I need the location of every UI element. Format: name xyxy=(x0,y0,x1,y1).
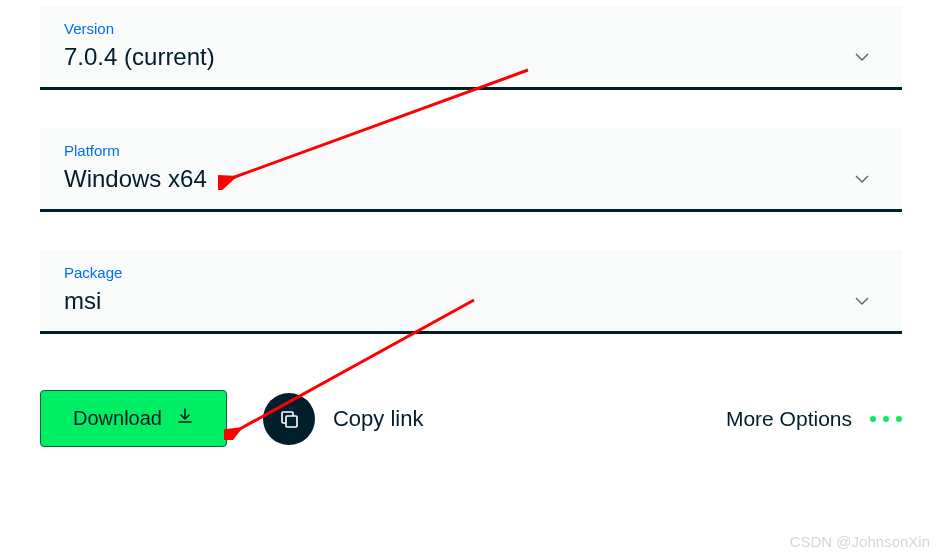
download-button[interactable]: Download xyxy=(40,390,227,447)
svg-rect-1 xyxy=(286,416,297,427)
chevron-down-icon xyxy=(854,293,870,309)
download-button-label: Download xyxy=(73,407,162,430)
platform-select[interactable]: Platform Windows x64 xyxy=(40,128,902,212)
more-icon xyxy=(870,416,902,422)
more-options-button[interactable]: More Options xyxy=(726,407,902,431)
actions-row: Download Copy link More Options xyxy=(40,372,902,447)
version-label: Version xyxy=(64,20,854,37)
watermark: CSDN @JohnsonXin xyxy=(790,533,930,550)
platform-content: Platform Windows x64 xyxy=(64,142,854,193)
platform-value: Windows x64 xyxy=(64,165,854,193)
download-icon xyxy=(176,407,194,430)
more-options-label: More Options xyxy=(726,407,852,431)
package-select[interactable]: Package msi xyxy=(40,250,902,334)
copy-icon xyxy=(263,393,315,445)
package-value: msi xyxy=(64,287,854,315)
chevron-down-icon xyxy=(854,171,870,187)
copy-link-label: Copy link xyxy=(333,406,423,432)
copy-link-button[interactable]: Copy link xyxy=(263,393,423,445)
version-select[interactable]: Version 7.0.4 (current) xyxy=(40,6,902,90)
version-value: 7.0.4 (current) xyxy=(64,43,854,71)
chevron-down-icon xyxy=(854,49,870,65)
package-label: Package xyxy=(64,264,854,281)
download-form: Version 7.0.4 (current) Platform Windows… xyxy=(0,0,942,447)
package-content: Package msi xyxy=(64,264,854,315)
platform-label: Platform xyxy=(64,142,854,159)
version-content: Version 7.0.4 (current) xyxy=(64,20,854,71)
